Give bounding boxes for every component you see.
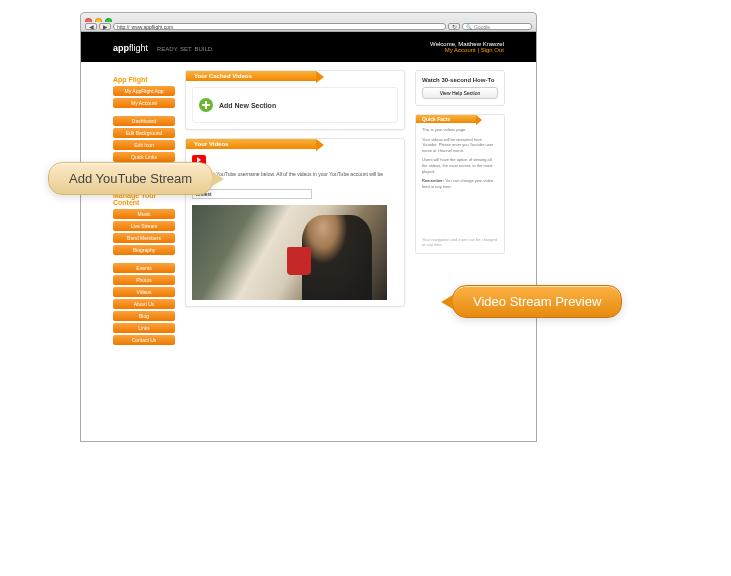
tagline: READY. SET. BUILD. [157, 46, 214, 52]
nav-about-us[interactable]: About Us [113, 299, 175, 309]
browser-toolbar: ◀ ▶ http:// www.appflight.com ↻ 🔍 Google [80, 22, 537, 32]
app-header: appflight READY. SET. BUILD. Welcome, Ma… [81, 32, 536, 62]
add-new-section-button[interactable]: Add New Section [192, 87, 398, 123]
nav-contact-us[interactable]: Contact Us [113, 335, 175, 345]
video-red-cup [287, 247, 311, 275]
view-help-button[interactable]: View Help Section [422, 87, 498, 99]
nav-events[interactable]: Events [113, 263, 175, 273]
nav-my-appflight-app[interactable]: My AppFlight App [113, 86, 175, 96]
sign-out-link[interactable]: Sign Out [481, 47, 504, 53]
nav-heading-appflight: App Flight [113, 76, 175, 83]
nav-live-stream[interactable]: Live Stream [113, 221, 175, 231]
add-section-label: Add New Section [219, 102, 276, 109]
footer-note: Your navigation and more can be changed … [422, 237, 498, 247]
howto-card: Watch 30-second How-To View Help Section [415, 70, 505, 106]
quick-fact-2: Your videos will be streamed from Youtub… [422, 137, 498, 154]
app-window: appflight READY. SET. BUILD. Welcome, Ma… [80, 32, 537, 442]
video-preview-thumbnail[interactable] [192, 205, 387, 300]
callout-add-youtube-stream: Add YouTube Stream [48, 162, 213, 195]
nav-links[interactable]: Links [113, 323, 175, 333]
nav-biography[interactable]: Biography [113, 245, 175, 255]
quick-facts-card: Quick Facts This is your videos page. Yo… [415, 114, 505, 254]
nav-photos[interactable]: Photos [113, 275, 175, 285]
nav-dashboard[interactable]: Dashboard [113, 116, 175, 126]
forward-button[interactable]: ▶ [99, 23, 111, 30]
plus-icon [199, 98, 213, 112]
cached-videos-card: Your Cached Videos Add New Section [185, 70, 405, 130]
nav-edit-icon[interactable]: Edit Icon [113, 140, 175, 150]
cached-videos-title: Your Cached Videos [186, 71, 316, 81]
back-button[interactable]: ◀ [85, 23, 97, 30]
search-icon: 🔍 [466, 24, 472, 30]
callout-video-stream-preview: Video Stream Preview [452, 285, 622, 318]
logo: appflight READY. SET. BUILD. [113, 42, 214, 53]
url-text: www.appflight.com [132, 24, 174, 30]
youtube-username-input[interactable] [192, 189, 312, 199]
left-nav: App Flight My AppFlight App My Account D… [113, 70, 175, 347]
howto-title: Watch 30-second How-To [422, 77, 498, 83]
welcome-block: Welcome, Matthew Krawzel My Account | Si… [430, 41, 504, 53]
nav-videos[interactable]: Videos [113, 287, 175, 297]
nav-my-account[interactable]: My Account [113, 98, 175, 108]
nav-blog[interactable]: Blog [113, 311, 175, 321]
quick-fact-4: Remember: You can change your video feed… [422, 178, 498, 189]
reload-button[interactable]: ↻ [448, 23, 460, 30]
nav-band-members[interactable]: Band Members [113, 233, 175, 243]
url-bar[interactable]: http:// www.appflight.com [113, 23, 446, 30]
my-account-link[interactable]: My Account [445, 47, 476, 53]
nav-quick-links[interactable]: Quick Links [113, 152, 175, 162]
video-person [302, 215, 372, 300]
quick-facts-title: Quick Facts [416, 115, 476, 123]
search-placeholder: Google [474, 24, 490, 30]
quick-fact-3: Users will have the option of viewing al… [422, 157, 498, 174]
your-videos-card: Your Videos Enter your YouTube username … [185, 138, 405, 307]
main-column: Your Cached Videos Add New Section Your … [185, 70, 405, 347]
nav-edit-background[interactable]: Edit Background [113, 128, 175, 138]
quick-fact-1: This is your videos page. [422, 127, 498, 133]
your-videos-title: Your Videos [186, 139, 316, 149]
search-bar[interactable]: 🔍 Google [462, 23, 532, 30]
url-prefix: http:// [117, 24, 130, 30]
nav-music[interactable]: Music [113, 209, 175, 219]
